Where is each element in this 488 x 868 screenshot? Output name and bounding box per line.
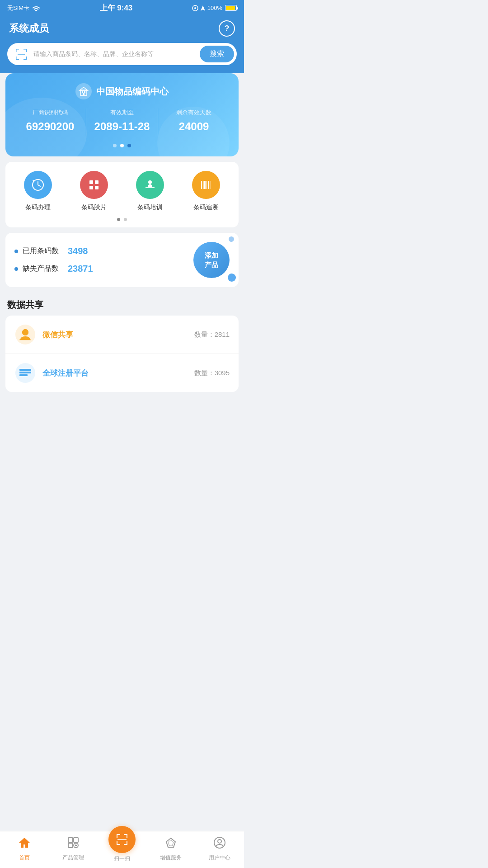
bullet-2 bbox=[14, 267, 18, 271]
clock-icon bbox=[31, 178, 45, 192]
barcode-film-icon bbox=[80, 171, 108, 199]
global-register-name: 全球注册平台 bbox=[42, 368, 194, 378]
missing-product-label: 缺失产品数 bbox=[23, 264, 59, 274]
used-barcode-label: 已用条码数 bbox=[23, 246, 59, 256]
wechat-share-icon bbox=[15, 324, 36, 345]
status-bar: 无SIM卡 上午 9:43 100% bbox=[0, 0, 244, 16]
quick-item-barcode-handle[interactable]: 条码办理 bbox=[18, 171, 58, 212]
banner-logo bbox=[75, 83, 92, 99]
svg-marker-2 bbox=[201, 5, 205, 11]
svg-rect-4 bbox=[16, 49, 17, 52]
barcode-trace-label: 条码追溯 bbox=[193, 203, 219, 212]
menu-dot-2 bbox=[124, 218, 127, 221]
svg-rect-15 bbox=[83, 93, 84, 95]
scan-icon-box[interactable] bbox=[14, 47, 29, 62]
status-time: 上午 9:43 bbox=[100, 3, 133, 13]
svg-rect-31 bbox=[208, 181, 209, 189]
dot-1 bbox=[113, 144, 117, 147]
share-item-global[interactable]: 全球注册平台 数量：3095 bbox=[5, 354, 239, 392]
remaining-value: 24009 bbox=[158, 120, 230, 133]
barcode-handle-icon bbox=[24, 171, 52, 199]
svg-line-19 bbox=[38, 185, 40, 186]
status-left: 无SIM卡 bbox=[7, 4, 40, 12]
svg-rect-8 bbox=[16, 57, 17, 60]
svg-rect-14 bbox=[84, 91, 85, 93]
svg-point-25 bbox=[148, 180, 152, 184]
dot-3 bbox=[127, 144, 131, 147]
svg-rect-28 bbox=[203, 181, 204, 189]
global-register-count: 数量：3095 bbox=[194, 369, 230, 377]
battery-icon bbox=[225, 5, 237, 11]
stats-card: 已用条码数 3498 缺失产品数 23871 添加 产品 bbox=[5, 233, 239, 287]
quick-item-barcode-training[interactable]: 条码培训 bbox=[130, 171, 170, 212]
search-placeholder[interactable]: 请输入商品条码、名称、品牌、企业名称等 bbox=[33, 50, 195, 58]
search-bar: 请输入商品条码、名称、品牌、企业名称等 搜索 bbox=[7, 43, 237, 65]
svg-rect-40 bbox=[19, 374, 28, 376]
svg-rect-13 bbox=[82, 91, 83, 93]
add-product-button[interactable]: 添加 产品 bbox=[193, 242, 230, 278]
sim-signal: 无SIM卡 bbox=[7, 4, 29, 12]
wechat-share-name: 微信共享 bbox=[42, 330, 194, 340]
banner-stat-remaining: 剩余有效天数 24009 bbox=[158, 108, 230, 133]
header-title: 系统成员 bbox=[9, 22, 49, 35]
manufacturer-label: 厂商识别代码 bbox=[14, 108, 86, 117]
svg-point-1 bbox=[194, 7, 196, 9]
add-product-label: 添加 产品 bbox=[205, 250, 218, 269]
share-item-wechat[interactable]: 微信共享 数量：2811 bbox=[5, 316, 239, 354]
svg-rect-23 bbox=[89, 186, 93, 189]
quick-menu: 条码办理 条码胶片 bbox=[5, 162, 239, 227]
wechat-share-count: 数量：2811 bbox=[194, 330, 230, 339]
grid-icon bbox=[87, 178, 101, 192]
svg-rect-36 bbox=[19, 339, 31, 340]
battery-text: 100% bbox=[207, 5, 222, 11]
menu-page-dots bbox=[10, 218, 234, 221]
svg-rect-32 bbox=[210, 181, 211, 189]
stats-item-missing: 缺失产品数 23871 bbox=[14, 264, 193, 274]
svg-rect-10 bbox=[26, 57, 27, 60]
svg-rect-24 bbox=[95, 186, 99, 189]
stats-item-used: 已用条码数 3498 bbox=[14, 246, 193, 256]
svg-rect-6 bbox=[26, 49, 27, 52]
quick-item-barcode-film[interactable]: 条码胶片 bbox=[74, 171, 114, 212]
banner-dots bbox=[14, 144, 230, 147]
search-button[interactable]: 搜索 bbox=[200, 46, 234, 62]
search-area: 请输入商品条码、名称、品牌、企业名称等 搜索 bbox=[0, 43, 244, 73]
svg-rect-22 bbox=[95, 180, 99, 184]
barcode-trace-icon bbox=[192, 171, 220, 199]
help-button[interactable]: ? bbox=[219, 20, 235, 37]
banner-stats: 厂商识别代码 69290200 有效期至 2089-11-28 剩余有效天数 2… bbox=[14, 108, 230, 136]
expiry-value: 2089-11-28 bbox=[86, 120, 158, 133]
quick-item-barcode-trace[interactable]: 条码追溯 bbox=[186, 171, 226, 212]
remaining-label: 剩余有效天数 bbox=[158, 108, 230, 117]
banner-stat-manufacturer: 厂商识别代码 69290200 bbox=[14, 108, 86, 133]
svg-point-35 bbox=[22, 329, 28, 335]
banner-title-row: 中国物品编码中心 bbox=[14, 83, 230, 99]
svg-rect-38 bbox=[19, 369, 31, 371]
global-register-icon bbox=[15, 363, 36, 383]
barcode-training-label: 条码培训 bbox=[137, 203, 163, 212]
menu-dot-1 bbox=[117, 218, 120, 221]
barcode-scan-icon bbox=[15, 48, 28, 61]
global-icon-wrapper bbox=[14, 362, 36, 384]
barcode-icon bbox=[199, 178, 213, 192]
svg-rect-30 bbox=[206, 181, 207, 189]
svg-rect-27 bbox=[201, 181, 202, 189]
bullet-1 bbox=[14, 250, 18, 253]
expiry-label: 有效期至 bbox=[86, 108, 158, 117]
person-desk-icon bbox=[143, 178, 157, 192]
svg-rect-11 bbox=[18, 54, 25, 55]
manufacturer-value: 69290200 bbox=[14, 120, 86, 133]
header: 系统成员 ? bbox=[0, 16, 244, 43]
wechat-icon-wrapper bbox=[14, 324, 36, 345]
barcode-film-label: 条码胶片 bbox=[81, 203, 107, 212]
status-right: 100% bbox=[192, 5, 237, 11]
banner-card: 中国物品编码中心 厂商识别代码 69290200 有效期至 2089-11-28… bbox=[5, 73, 239, 156]
quick-menu-row: 条码办理 条码胶片 bbox=[10, 171, 234, 212]
svg-rect-29 bbox=[204, 181, 206, 189]
building-icon bbox=[79, 86, 89, 96]
stats-list: 已用条码数 3498 缺失产品数 23871 bbox=[14, 246, 193, 274]
barcode-handle-label: 条码办理 bbox=[25, 203, 51, 212]
data-share-card: 微信共享 数量：2811 全球注册平台 数量：3095 bbox=[5, 316, 239, 392]
banner-org-name: 中国物品编码中心 bbox=[96, 85, 169, 98]
banner-stat-expiry: 有效期至 2089-11-28 bbox=[86, 108, 158, 133]
